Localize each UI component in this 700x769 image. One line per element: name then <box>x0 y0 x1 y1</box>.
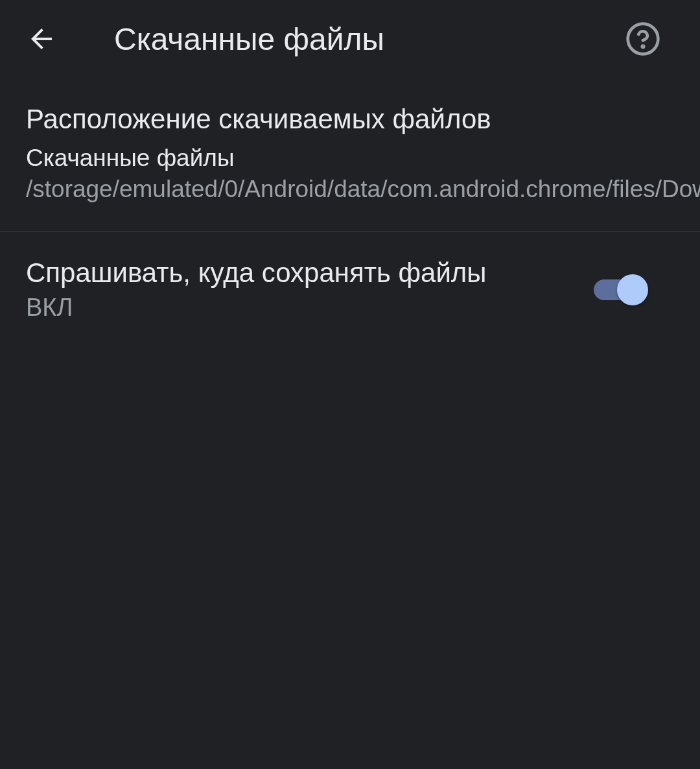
download-location-value: /storage/emulated/0/Android/data/com.and… <box>26 176 700 202</box>
ask-where-to-save-title: Спрашивать, куда сохранять файлы <box>26 257 594 289</box>
download-location-title: Расположение скачиваемых файлов <box>26 104 674 135</box>
download-location-section[interactable]: Расположение скачиваемых файлов Скачанны… <box>0 78 700 231</box>
page-title: Скачанные файлы <box>114 21 625 57</box>
header: Скачанные файлы <box>0 0 700 78</box>
svg-point-1 <box>642 46 644 47</box>
arrow-back-icon <box>26 23 57 54</box>
ask-where-to-save-section[interactable]: Спрашивать, куда сохранять файлы ВКЛ <box>0 231 700 348</box>
back-button[interactable] <box>26 23 57 54</box>
help-icon <box>625 21 661 57</box>
ask-where-to-save-status: ВКЛ <box>26 294 594 322</box>
download-location-prefix: Скачанные файлы <box>26 145 235 171</box>
help-button[interactable] <box>625 21 661 57</box>
toggle-thumb <box>617 274 648 305</box>
download-location-path: Скачанные файлы /storage/emulated/0/Andr… <box>26 143 674 205</box>
ask-where-to-save-text: Спрашивать, куда сохранять файлы ВКЛ <box>26 257 594 322</box>
ask-where-to-save-toggle[interactable] <box>594 277 644 303</box>
